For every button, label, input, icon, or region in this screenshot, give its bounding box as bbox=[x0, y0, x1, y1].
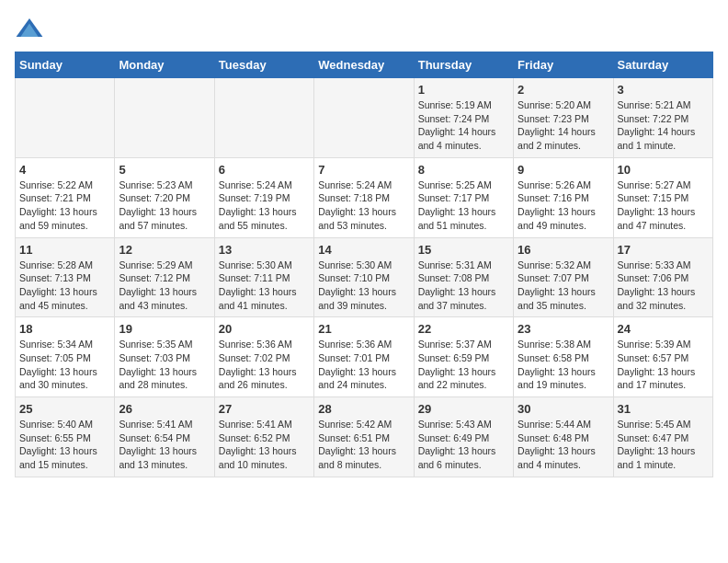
calendar-table: SundayMondayTuesdayWednesdayThursdayFrid… bbox=[15, 52, 713, 477]
day-detail: Sunrise: 5:45 AM Sunset: 6:47 PM Dayligh… bbox=[618, 418, 709, 472]
day-number: 9 bbox=[518, 163, 609, 177]
day-detail: Sunrise: 5:21 AM Sunset: 7:22 PM Dayligh… bbox=[618, 98, 709, 153]
day-number: 12 bbox=[119, 243, 210, 257]
day-number: 25 bbox=[19, 402, 110, 416]
day-cell-26: 26Sunrise: 5:41 AM Sunset: 6:54 PM Dayli… bbox=[115, 397, 214, 477]
day-detail: Sunrise: 5:19 AM Sunset: 7:24 PM Dayligh… bbox=[418, 98, 509, 153]
day-cell-1: 1Sunrise: 5:19 AM Sunset: 7:24 PM Daylig… bbox=[414, 78, 513, 158]
day-cell-4: 4Sunrise: 5:22 AM Sunset: 7:21 PM Daylig… bbox=[16, 157, 115, 237]
column-header-sunday: Sunday bbox=[16, 52, 115, 78]
empty-cell bbox=[314, 78, 414, 158]
day-number: 3 bbox=[618, 83, 709, 97]
calendar-header-row: SundayMondayTuesdayWednesdayThursdayFrid… bbox=[16, 52, 713, 78]
week-row-3: 11Sunrise: 5:28 AM Sunset: 7:13 PM Dayli… bbox=[16, 237, 713, 317]
day-number: 8 bbox=[418, 163, 509, 177]
day-cell-29: 29Sunrise: 5:43 AM Sunset: 6:49 PM Dayli… bbox=[414, 397, 513, 477]
week-row-5: 25Sunrise: 5:40 AM Sunset: 6:55 PM Dayli… bbox=[16, 397, 713, 477]
day-detail: Sunrise: 5:20 AM Sunset: 7:23 PM Dayligh… bbox=[518, 98, 609, 153]
day-cell-28: 28Sunrise: 5:42 AM Sunset: 6:51 PM Dayli… bbox=[314, 397, 414, 477]
week-row-4: 18Sunrise: 5:34 AM Sunset: 7:05 PM Dayli… bbox=[16, 317, 713, 397]
logo-icon bbox=[15, 15, 44, 44]
day-number: 15 bbox=[418, 243, 509, 257]
day-cell-11: 11Sunrise: 5:28 AM Sunset: 7:13 PM Dayli… bbox=[16, 237, 115, 317]
day-number: 11 bbox=[19, 243, 110, 257]
column-header-wednesday: Wednesday bbox=[314, 52, 414, 78]
day-number: 29 bbox=[418, 402, 509, 416]
day-cell-15: 15Sunrise: 5:31 AM Sunset: 7:08 PM Dayli… bbox=[414, 237, 513, 317]
day-cell-6: 6Sunrise: 5:24 AM Sunset: 7:19 PM Daylig… bbox=[214, 157, 313, 237]
day-detail: Sunrise: 5:36 AM Sunset: 7:02 PM Dayligh… bbox=[219, 338, 310, 392]
day-detail: Sunrise: 5:37 AM Sunset: 6:59 PM Dayligh… bbox=[418, 338, 509, 392]
day-detail: Sunrise: 5:30 AM Sunset: 7:10 PM Dayligh… bbox=[318, 259, 409, 313]
day-cell-7: 7Sunrise: 5:24 AM Sunset: 7:18 PM Daylig… bbox=[314, 157, 414, 237]
day-cell-23: 23Sunrise: 5:38 AM Sunset: 6:58 PM Dayli… bbox=[514, 317, 613, 397]
day-detail: Sunrise: 5:43 AM Sunset: 6:49 PM Dayligh… bbox=[418, 418, 509, 472]
day-number: 17 bbox=[618, 243, 709, 257]
day-detail: Sunrise: 5:34 AM Sunset: 7:05 PM Dayligh… bbox=[19, 338, 110, 392]
day-cell-13: 13Sunrise: 5:30 AM Sunset: 7:11 PM Dayli… bbox=[214, 237, 313, 317]
column-header-saturday: Saturday bbox=[613, 52, 712, 78]
logo bbox=[15, 15, 48, 44]
day-detail: Sunrise: 5:41 AM Sunset: 6:52 PM Dayligh… bbox=[219, 418, 310, 472]
day-detail: Sunrise: 5:29 AM Sunset: 7:12 PM Dayligh… bbox=[119, 259, 210, 313]
column-header-tuesday: Tuesday bbox=[214, 52, 313, 78]
day-detail: Sunrise: 5:23 AM Sunset: 7:20 PM Dayligh… bbox=[119, 178, 210, 233]
day-number: 13 bbox=[219, 243, 310, 257]
day-number: 20 bbox=[219, 322, 310, 336]
day-detail: Sunrise: 5:39 AM Sunset: 6:57 PM Dayligh… bbox=[618, 338, 709, 392]
day-cell-17: 17Sunrise: 5:33 AM Sunset: 7:06 PM Dayli… bbox=[613, 237, 712, 317]
day-cell-22: 22Sunrise: 5:37 AM Sunset: 6:59 PM Dayli… bbox=[414, 317, 513, 397]
day-detail: Sunrise: 5:38 AM Sunset: 6:58 PM Dayligh… bbox=[518, 338, 609, 392]
day-number: 22 bbox=[418, 322, 509, 336]
day-number: 19 bbox=[119, 322, 210, 336]
day-detail: Sunrise: 5:32 AM Sunset: 7:07 PM Dayligh… bbox=[518, 259, 609, 313]
day-number: 7 bbox=[318, 163, 409, 177]
day-number: 27 bbox=[219, 402, 310, 416]
column-header-monday: Monday bbox=[115, 52, 214, 78]
day-detail: Sunrise: 5:44 AM Sunset: 6:48 PM Dayligh… bbox=[518, 418, 609, 472]
day-number: 28 bbox=[318, 402, 409, 416]
day-detail: Sunrise: 5:40 AM Sunset: 6:55 PM Dayligh… bbox=[19, 418, 110, 472]
header bbox=[15, 15, 713, 44]
day-detail: Sunrise: 5:42 AM Sunset: 6:51 PM Dayligh… bbox=[318, 418, 409, 472]
day-cell-24: 24Sunrise: 5:39 AM Sunset: 6:57 PM Dayli… bbox=[613, 317, 712, 397]
column-header-thursday: Thursday bbox=[414, 52, 513, 78]
empty-cell bbox=[214, 78, 313, 158]
day-cell-16: 16Sunrise: 5:32 AM Sunset: 7:07 PM Dayli… bbox=[514, 237, 613, 317]
empty-cell bbox=[115, 78, 214, 158]
day-number: 31 bbox=[618, 402, 709, 416]
day-cell-14: 14Sunrise: 5:30 AM Sunset: 7:10 PM Dayli… bbox=[314, 237, 414, 317]
day-cell-12: 12Sunrise: 5:29 AM Sunset: 7:12 PM Dayli… bbox=[115, 237, 214, 317]
day-detail: Sunrise: 5:30 AM Sunset: 7:11 PM Dayligh… bbox=[219, 259, 310, 313]
empty-cell bbox=[16, 78, 115, 158]
day-detail: Sunrise: 5:26 AM Sunset: 7:16 PM Dayligh… bbox=[518, 178, 609, 233]
day-cell-3: 3Sunrise: 5:21 AM Sunset: 7:22 PM Daylig… bbox=[613, 78, 712, 158]
day-cell-30: 30Sunrise: 5:44 AM Sunset: 6:48 PM Dayli… bbox=[514, 397, 613, 477]
day-number: 18 bbox=[19, 322, 110, 336]
day-cell-9: 9Sunrise: 5:26 AM Sunset: 7:16 PM Daylig… bbox=[514, 157, 613, 237]
day-number: 14 bbox=[318, 243, 409, 257]
column-header-friday: Friday bbox=[514, 52, 613, 78]
day-number: 5 bbox=[119, 163, 210, 177]
day-cell-19: 19Sunrise: 5:35 AM Sunset: 7:03 PM Dayli… bbox=[115, 317, 214, 397]
day-cell-8: 8Sunrise: 5:25 AM Sunset: 7:17 PM Daylig… bbox=[414, 157, 513, 237]
week-row-2: 4Sunrise: 5:22 AM Sunset: 7:21 PM Daylig… bbox=[16, 157, 713, 237]
day-number: 26 bbox=[119, 402, 210, 416]
day-number: 10 bbox=[618, 163, 709, 177]
day-number: 21 bbox=[318, 322, 409, 336]
day-cell-20: 20Sunrise: 5:36 AM Sunset: 7:02 PM Dayli… bbox=[214, 317, 313, 397]
day-detail: Sunrise: 5:35 AM Sunset: 7:03 PM Dayligh… bbox=[119, 338, 210, 392]
day-cell-5: 5Sunrise: 5:23 AM Sunset: 7:20 PM Daylig… bbox=[115, 157, 214, 237]
day-number: 4 bbox=[19, 163, 110, 177]
day-detail: Sunrise: 5:28 AM Sunset: 7:13 PM Dayligh… bbox=[19, 259, 110, 313]
day-detail: Sunrise: 5:31 AM Sunset: 7:08 PM Dayligh… bbox=[418, 259, 509, 313]
day-cell-21: 21Sunrise: 5:36 AM Sunset: 7:01 PM Dayli… bbox=[314, 317, 414, 397]
day-detail: Sunrise: 5:27 AM Sunset: 7:15 PM Dayligh… bbox=[618, 178, 709, 233]
day-number: 23 bbox=[518, 322, 609, 336]
day-number: 30 bbox=[518, 402, 609, 416]
day-detail: Sunrise: 5:41 AM Sunset: 6:54 PM Dayligh… bbox=[119, 418, 210, 472]
day-cell-18: 18Sunrise: 5:34 AM Sunset: 7:05 PM Dayli… bbox=[16, 317, 115, 397]
day-number: 2 bbox=[518, 83, 609, 97]
week-row-1: 1Sunrise: 5:19 AM Sunset: 7:24 PM Daylig… bbox=[16, 78, 713, 158]
day-number: 6 bbox=[219, 163, 310, 177]
